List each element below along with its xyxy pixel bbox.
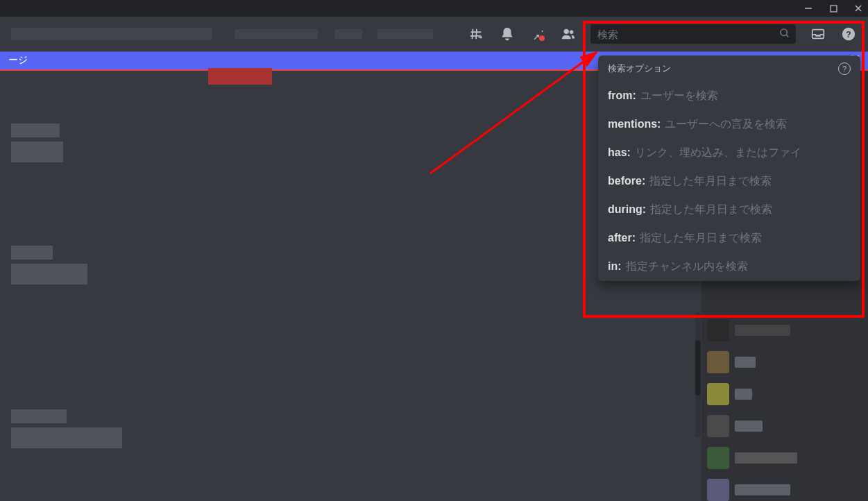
pinned-messages-icon[interactable] bbox=[529, 26, 546, 42]
search-option-during[interactable]: during: 指定した年月日まで検索 bbox=[598, 196, 860, 224]
message-redacted bbox=[11, 427, 122, 448]
search-input[interactable] bbox=[595, 28, 779, 40]
search-option-key: in: bbox=[608, 260, 622, 273]
member-name-redacted bbox=[735, 484, 790, 495]
svg-line-7 bbox=[786, 35, 788, 37]
avatar bbox=[707, 447, 729, 469]
message-redacted bbox=[11, 409, 67, 423]
search-option-key: mentions: bbox=[608, 118, 661, 130]
search-bar[interactable] bbox=[590, 24, 796, 44]
search-option-desc: 指定チャンネル内を検索 bbox=[626, 260, 748, 274]
scrollbar-thumb[interactable] bbox=[695, 340, 701, 396]
svg-rect-1 bbox=[831, 6, 837, 12]
message-redacted bbox=[11, 246, 53, 260]
message-redacted bbox=[11, 142, 63, 162]
svg-text:?: ? bbox=[846, 29, 851, 40]
members-icon[interactable] bbox=[560, 26, 577, 42]
search-options-popup: 検索オプション ? from: ユーザーを検索 mentions: ユーザーへの… bbox=[598, 56, 860, 281]
avatar bbox=[707, 351, 729, 373]
member-item[interactable] bbox=[707, 350, 862, 375]
search-option-desc: リンク、埋め込み、またはファイ bbox=[635, 146, 801, 160]
avatar bbox=[707, 383, 729, 405]
channel-name-redacted bbox=[11, 28, 212, 40]
inbox-icon[interactable] bbox=[810, 26, 826, 42]
pin-notification-badge bbox=[539, 35, 545, 41]
message-redacted bbox=[11, 264, 87, 285]
avatar bbox=[707, 319, 729, 341]
channel-topic-redacted-2 bbox=[334, 29, 362, 39]
search-option-desc: 指定した年月日まで検索 bbox=[640, 231, 762, 246]
avatar bbox=[707, 415, 729, 437]
search-option-key: before: bbox=[608, 175, 645, 187]
member-name-redacted bbox=[735, 452, 797, 464]
search-option-after[interactable]: after: 指定した年月日まで検索 bbox=[598, 224, 860, 253]
member-name-redacted bbox=[735, 325, 790, 336]
notifications-icon[interactable] bbox=[499, 26, 516, 42]
help-icon[interactable]: ? bbox=[840, 26, 857, 42]
member-name-redacted bbox=[735, 421, 763, 432]
search-option-desc: 指定した年月日まで検索 bbox=[650, 203, 772, 217]
member-item[interactable] bbox=[707, 477, 862, 501]
channel-header: ? bbox=[0, 17, 868, 51]
member-item[interactable] bbox=[707, 318, 862, 343]
member-item[interactable] bbox=[707, 414, 862, 439]
search-option-has[interactable]: has: リンク、埋め込み、またはファイ bbox=[598, 139, 860, 167]
search-option-in[interactable]: in: 指定チャンネル内を検索 bbox=[598, 253, 860, 281]
svg-point-6 bbox=[781, 29, 787, 35]
search-help-icon[interactable]: ? bbox=[838, 62, 851, 75]
avatar bbox=[707, 479, 729, 501]
member-name-redacted bbox=[735, 389, 752, 400]
search-popup-header: 検索オプション ? bbox=[598, 56, 860, 82]
member-item[interactable] bbox=[707, 445, 862, 470]
channel-topic-redacted-3 bbox=[377, 29, 433, 39]
search-options-title: 検索オプション bbox=[608, 62, 671, 75]
search-icon bbox=[779, 28, 792, 40]
search-option-from[interactable]: from: ユーザーを検索 bbox=[598, 82, 860, 110]
messages-scrollbar[interactable] bbox=[695, 312, 701, 437]
search-option-desc: 指定した年月日まで検索 bbox=[649, 174, 772, 189]
svg-point-5 bbox=[570, 31, 574, 35]
message-redacted bbox=[11, 124, 60, 137]
svg-point-4 bbox=[564, 29, 569, 34]
minimize-button[interactable] bbox=[801, 1, 815, 15]
member-name-redacted bbox=[735, 357, 756, 368]
search-option-key: from: bbox=[608, 90, 636, 102]
member-item[interactable] bbox=[707, 382, 862, 407]
search-option-desc: ユーザーへの言及を検索 bbox=[665, 117, 787, 132]
threads-icon[interactable] bbox=[468, 26, 485, 42]
search-option-before[interactable]: before: 指定した年月日まで検索 bbox=[598, 167, 860, 196]
search-option-key: during: bbox=[608, 203, 646, 216]
messages-area bbox=[0, 71, 701, 501]
maximize-button[interactable] bbox=[826, 1, 840, 15]
window-titlebar bbox=[0, 0, 868, 17]
close-button[interactable] bbox=[851, 1, 865, 15]
search-option-mentions[interactable]: mentions: ユーザーへの言及を検索 bbox=[598, 110, 860, 139]
search-option-desc: ユーザーを検索 bbox=[640, 89, 718, 103]
channel-topic-redacted bbox=[235, 29, 318, 39]
search-option-key: has: bbox=[608, 146, 631, 159]
search-option-key: after: bbox=[608, 232, 636, 244]
